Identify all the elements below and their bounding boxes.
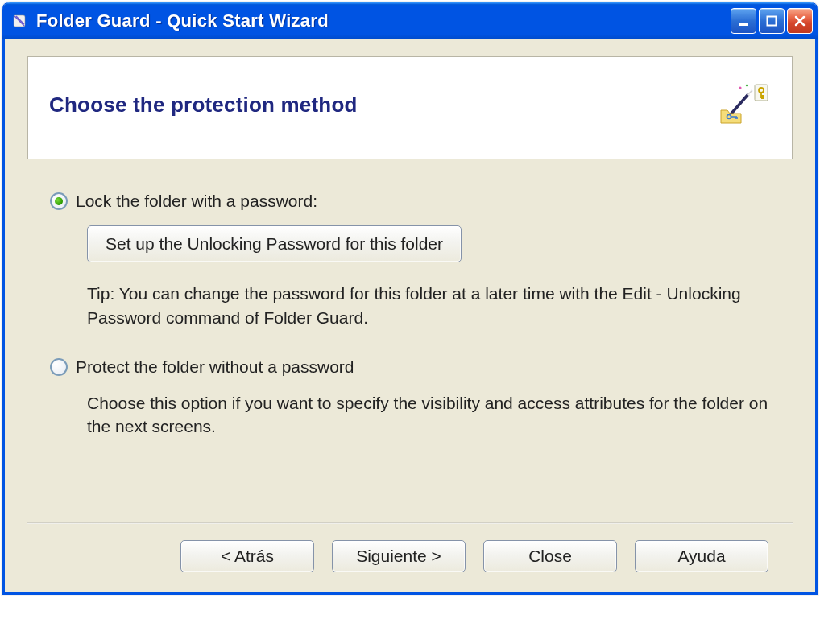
help-button[interactable]: Ayuda: [635, 540, 768, 572]
radio-lock-label: Lock the folder with a password:: [76, 192, 317, 211]
setup-password-button[interactable]: Set up the Unlocking Password for this f…: [87, 225, 462, 262]
window-controls: [731, 8, 813, 34]
svg-point-4: [746, 85, 748, 86]
option-nopass-group: Protect the folder without a password Ch…: [50, 357, 777, 440]
minimize-button[interactable]: [731, 8, 756, 34]
option-lock-group: Lock the folder with a password: Set up …: [50, 192, 777, 330]
window-title: Folder Guard - Quick Start Wizard: [36, 10, 731, 31]
button-row: < Atrás Siguiente > Close Ayuda: [27, 540, 793, 577]
radio-nopass-label: Protect the folder without a password: [76, 357, 354, 377]
next-button[interactable]: Siguiente >: [332, 540, 466, 572]
wizard-window: Folder Guard - Quick Start Wizard Choose…: [2, 2, 818, 595]
svg-rect-2: [768, 16, 777, 25]
wizard-wand-icon: [719, 83, 771, 126]
svg-point-3: [739, 86, 741, 89]
title-bar: Folder Guard - Quick Start Wizard: [2, 2, 818, 39]
options-area: Lock the folder with a password: Set up …: [27, 159, 793, 522]
radio-lock-indicator: [50, 192, 68, 210]
nopass-description: Choose this option if you want to specif…: [87, 391, 777, 440]
divider: [27, 522, 793, 524]
radio-lock[interactable]: Lock the folder with a password:: [50, 192, 777, 211]
app-icon: [10, 12, 28, 30]
client-area: Choose the protection method: [2, 39, 818, 594]
maximize-button[interactable]: [759, 8, 785, 34]
close-button[interactable]: [787, 8, 813, 34]
radio-nopass-indicator: [50, 358, 68, 376]
radio-nopass[interactable]: Protect the folder without a password: [50, 357, 777, 377]
wizard-title: Choose the protection method: [49, 93, 358, 118]
lock-tip-text: Tip: You can change the password for thi…: [87, 282, 777, 330]
svg-rect-1: [739, 23, 748, 26]
close-wizard-button[interactable]: Close: [483, 540, 617, 572]
wizard-header: Choose the protection method: [27, 56, 793, 159]
back-button[interactable]: < Atrás: [180, 540, 314, 572]
